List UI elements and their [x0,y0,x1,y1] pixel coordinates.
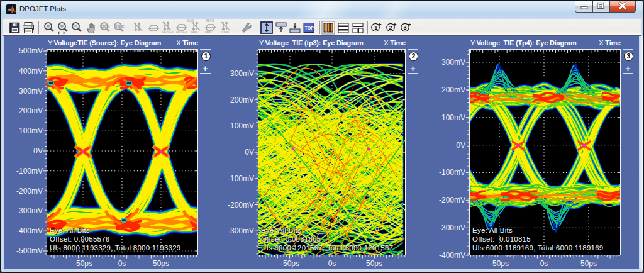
svg-text:RESET: RESET [176,30,188,34]
svg-text:MIN: MIN [191,30,197,34]
svg-text:TOP: TOP [305,26,314,30]
svg-text:RESET: RESET [162,30,174,34]
svg-text:3: 3 [404,25,407,31]
svg-text:100%: 100% [101,25,109,28]
svg-text:MAX: MAX [187,19,195,23]
svg-text:SYNC: SYNC [221,30,230,34]
svg-text:MAX: MAX [206,19,214,23]
svg-text:MIN: MIN [205,30,211,34]
svg-text:2: 2 [389,25,392,31]
svg-text:1: 1 [374,25,377,31]
svg-text:SYNC: SYNC [115,25,125,28]
